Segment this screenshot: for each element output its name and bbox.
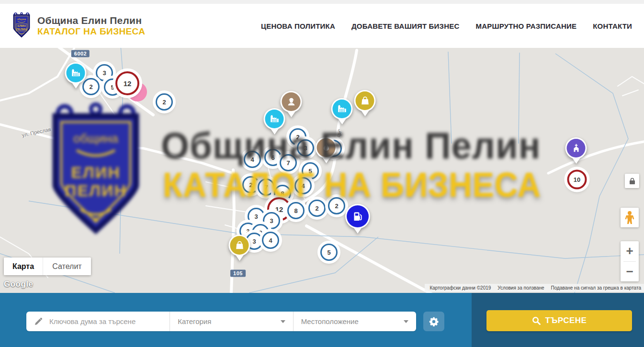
svg-text:ЕЛИН: ЕЛИН xyxy=(17,24,26,27)
attribution-report-link[interactable]: Подаване на сигнал за грешка в картата xyxy=(551,285,641,291)
cluster-marker[interactable]: 4 xyxy=(262,232,279,249)
cluster-marker[interactable]: 2 xyxy=(156,93,173,111)
keyword-field[interactable] xyxy=(26,312,169,331)
chevron-down-icon xyxy=(281,320,285,323)
search-bar: Категория Местоположение ТЪРСЕНЕ xyxy=(0,293,644,347)
site-logo[interactable]: община ЕЛИН ПЕЛИН Община Елин Пелин КАТА… xyxy=(11,12,145,40)
svg-text:ПЕЛИН: ПЕЛИН xyxy=(16,27,27,31)
road-badge: 105 xyxy=(230,270,246,277)
nav-item-route-schedule[interactable]: МАРШРУТНО РАЗПИСАНИЕ xyxy=(475,22,576,30)
cluster-marker[interactable]: 3 xyxy=(297,139,314,157)
cluster-marker[interactable]: 2 xyxy=(328,197,345,214)
pin-marker-factory[interactable] xyxy=(331,98,353,124)
pin-marker-flame[interactable] xyxy=(316,137,337,163)
factory-icon xyxy=(333,100,351,118)
site-subtitle: КАТАЛОГ НА БИЗНЕСА xyxy=(37,26,145,37)
search-fields-group: Категория Местоположение xyxy=(26,312,416,331)
location-select[interactable]: Местоположение xyxy=(293,312,416,331)
cluster-marker[interactable]: 2 xyxy=(242,176,260,193)
pegman-button[interactable] xyxy=(621,208,639,227)
fuel-icon xyxy=(347,205,369,227)
map-canvas[interactable]: 6002105 ул. Преславбул. „Новоселци" 3251… xyxy=(0,48,644,293)
municipality-emblem-icon: община ЕЛИН ПЕЛИН xyxy=(11,12,33,40)
search-button[interactable]: ТЪРСЕНЕ xyxy=(486,310,632,331)
factory-icon xyxy=(265,110,284,128)
location-value: Местоположение xyxy=(301,317,359,325)
search-icon xyxy=(532,316,541,325)
main-nav: ЦЕНОВА ПОЛИТИКАДОБАВЕТЕ ВАШИЯТ БИЗНЕСМАР… xyxy=(261,22,632,30)
cluster-marker[interactable]: 8 xyxy=(287,202,305,219)
flame-icon xyxy=(317,138,336,157)
map-type-map-button[interactable]: Карта xyxy=(4,257,43,275)
pin-marker-bag[interactable] xyxy=(354,90,376,116)
cluster-marker[interactable]: 10 xyxy=(567,170,587,190)
cluster-marker[interactable]: 5 xyxy=(320,244,338,261)
category-value: Категория xyxy=(178,317,211,325)
header: община ЕЛИН ПЕЛИН Община Елин Пелин КАТА… xyxy=(0,4,644,48)
cluster-marker[interactable]: 4 xyxy=(294,177,312,194)
svg-text:община: община xyxy=(17,18,26,21)
keyword-input[interactable] xyxy=(48,317,156,326)
attribution-terms-link[interactable]: Условия за ползване xyxy=(497,285,544,291)
cluster-marker[interactable]: 7 xyxy=(258,179,275,196)
map-type-control: Карта Сателит xyxy=(4,257,91,275)
bag-icon xyxy=(356,91,374,110)
category-select[interactable]: Категория xyxy=(169,312,293,331)
advanced-search-button[interactable] xyxy=(423,312,444,331)
nav-item-add-business[interactable]: ДОБАВЕТЕ ВАШИЯТ БИЗНЕС xyxy=(351,22,459,30)
cluster-marker[interactable]: 12 xyxy=(115,71,139,95)
lock-icon xyxy=(629,178,635,185)
cluster-marker[interactable]: 7 xyxy=(280,154,297,171)
cluster-marker[interactable]: 6 xyxy=(264,149,282,166)
map-attribution: Картографски данни ©2019 Условия за полз… xyxy=(425,284,644,292)
nav-item-pricing[interactable]: ЦЕНОВА ПОЛИТИКА xyxy=(261,22,335,30)
chevron-down-icon xyxy=(404,320,408,323)
pin-marker-factory[interactable] xyxy=(264,108,285,134)
cluster-marker[interactable]: 2 xyxy=(308,200,326,217)
zoom-out-button[interactable]: − xyxy=(621,262,639,282)
cluster-marker[interactable]: 4 xyxy=(244,151,261,168)
google-logo[interactable]: Google xyxy=(4,280,34,289)
pencil-icon xyxy=(34,317,43,326)
search-button-label: ТЪРСЕНЕ xyxy=(545,316,587,325)
bag-icon xyxy=(230,236,249,255)
map-type-satellite-button[interactable]: Сателит xyxy=(43,257,91,275)
zoom-control: + − xyxy=(621,241,639,281)
pin-marker-bag[interactable] xyxy=(229,235,250,261)
map-lock-button[interactable] xyxy=(625,174,639,188)
pin-marker-church[interactable] xyxy=(565,137,587,164)
pin-marker-fuel[interactable] xyxy=(345,204,370,234)
site-title: Община Елин Пелин xyxy=(37,15,145,26)
pegman-icon xyxy=(625,211,634,225)
attribution-copyright: Картографски данни ©2019 xyxy=(429,285,491,291)
factory-icon xyxy=(67,64,85,82)
zoom-in-button[interactable]: + xyxy=(621,241,639,261)
nav-item-contacts[interactable]: КОНТАКТИ xyxy=(593,22,632,30)
road-badge: 6002 xyxy=(71,50,90,57)
gear-icon xyxy=(429,316,439,327)
pin-marker-factory[interactable] xyxy=(65,62,87,89)
church-icon xyxy=(567,139,586,157)
